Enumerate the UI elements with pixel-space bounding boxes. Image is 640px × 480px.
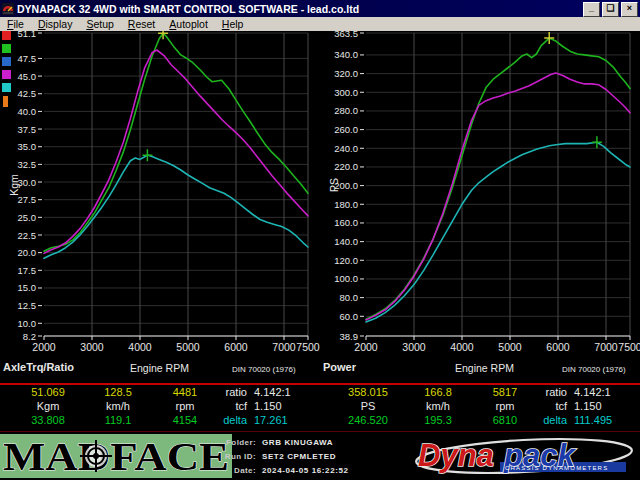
- menu-display[interactable]: Display: [31, 18, 79, 30]
- folder-value: GRB KINUGAWA: [262, 438, 333, 447]
- svg-text:38.9: 38.9: [340, 331, 359, 342]
- torque-x-axis-label: Engine RPM: [130, 362, 189, 374]
- runid-label: Run ID:: [214, 452, 256, 461]
- power-x-axis-label: Engine RPM: [455, 362, 514, 374]
- menu-help[interactable]: Help: [215, 18, 251, 30]
- torque-peak2-value: 33.808: [8, 414, 88, 427]
- torque-din-note: DIN 70020 (1976): [232, 365, 296, 374]
- svg-text:2000: 2000: [32, 341, 56, 353]
- svg-text:280.0: 280.0: [334, 105, 358, 116]
- svg-text:8.2: 8.2: [23, 331, 36, 342]
- svg-text:60.0: 60.0: [340, 311, 359, 322]
- delta-value: 17.261: [254, 414, 314, 427]
- svg-text:35.0: 35.0: [18, 141, 37, 152]
- chart-area: 200030004000500060007000750051.147.545.0…: [0, 31, 640, 383]
- ratio-label-2: ratio: [525, 386, 567, 399]
- svg-text:30.0: 30.0: [18, 177, 37, 188]
- svg-text:260.0: 260.0: [334, 124, 358, 135]
- peak-marker: [592, 136, 602, 148]
- menu-setup[interactable]: Setup: [79, 18, 120, 30]
- svg-text:3000: 3000: [402, 341, 426, 353]
- svg-text:20.0: 20.0: [18, 247, 37, 258]
- run-green-power: [366, 38, 630, 319]
- svg-text:160.0: 160.0: [334, 217, 358, 228]
- torque-peak-speed: 128.5: [88, 386, 148, 399]
- menu-reset[interactable]: Reset: [121, 18, 162, 30]
- app-icon: [2, 3, 14, 15]
- madface-text: MADFACE: [3, 434, 229, 478]
- date-value: 2024-04-05 16:22:52: [262, 466, 349, 475]
- torque-chart-title: AxleTrq/Ratio: [3, 361, 74, 373]
- svg-text:7000: 7000: [272, 341, 296, 353]
- run-color-swatch-0[interactable]: [2, 31, 11, 40]
- footer-bar: MADFACE Folder: GRB KINUGAWA Run ID: SET…: [0, 432, 640, 480]
- peak-marker: [142, 149, 152, 161]
- svg-text:4000: 4000: [128, 341, 152, 353]
- run-cyan-power: [366, 142, 630, 322]
- delta-value-2: 111.495: [574, 414, 634, 427]
- torque-unit: Kgm: [8, 400, 88, 413]
- svg-text:300.0: 300.0: [334, 87, 358, 98]
- svg-text:15.0: 15.0: [18, 282, 37, 293]
- tcf-value-2: 1.150: [574, 400, 634, 413]
- svg-text:12.5: 12.5: [18, 300, 37, 311]
- delta-label: delta: [205, 414, 247, 427]
- svg-text:5000: 5000: [176, 341, 200, 353]
- dynapack-dyna-text: Dyna: [418, 438, 494, 473]
- dyno-curves-plot: 200030004000500060007000750051.147.545.0…: [0, 31, 640, 383]
- menu-file[interactable]: File: [0, 18, 31, 30]
- readout-panel: 51.069 128.5 4481 ratio 4.142:1 Kgm km/h…: [0, 385, 640, 431]
- svg-text:47.5: 47.5: [18, 53, 37, 64]
- svg-text:37.5: 37.5: [18, 124, 37, 135]
- svg-text:180.0: 180.0: [334, 199, 358, 210]
- svg-text:45.0: 45.0: [18, 71, 37, 82]
- ratio-label: ratio: [205, 386, 247, 399]
- date-label: Date:: [214, 466, 256, 475]
- torque-peak-value: 51.069: [8, 386, 88, 399]
- run-color-swatch-2[interactable]: [2, 57, 11, 66]
- tcf-label-2: tcf: [525, 400, 567, 413]
- svg-text:7000: 7000: [594, 341, 618, 353]
- svg-text:6000: 6000: [546, 341, 570, 353]
- menu-autoplot[interactable]: Autoplot: [162, 18, 215, 30]
- dyno-software-window: DYNAPACK 32 4WD with SMART CONTROL SOFTW…: [0, 0, 640, 480]
- svg-text:120.0: 120.0: [334, 255, 358, 266]
- svg-text:17.5: 17.5: [18, 265, 37, 276]
- run-color-swatch-5[interactable]: [3, 96, 8, 107]
- runid-value: SET2 CPMLETED: [262, 452, 336, 461]
- speed-unit-2: km/h: [408, 400, 468, 413]
- window-title: DYNAPACK 32 4WD with SMART CONTROL SOFTW…: [17, 3, 359, 15]
- power-peak2-speed: 195.3: [408, 414, 468, 427]
- tcf-label: tcf: [205, 400, 247, 413]
- svg-text:240.0: 240.0: [334, 143, 358, 154]
- power-peak2-value: 246.520: [328, 414, 408, 427]
- minimize-button[interactable]: _: [583, 2, 600, 17]
- svg-text:5000: 5000: [498, 341, 522, 353]
- svg-text:40.0: 40.0: [18, 106, 37, 117]
- madface-logo: MADFACE: [0, 434, 232, 478]
- svg-text:2000: 2000: [354, 341, 378, 353]
- run-color-swatch-3[interactable]: [2, 70, 11, 79]
- restore-button[interactable]: ❏: [602, 2, 619, 17]
- tcf-value: 1.150: [254, 400, 314, 413]
- run-green-torque: [44, 33, 308, 251]
- svg-text:100.0: 100.0: [334, 273, 358, 284]
- run-magenta-power: [366, 73, 630, 320]
- speed-unit: km/h: [88, 400, 148, 413]
- svg-text:32.5: 32.5: [18, 159, 37, 170]
- svg-text:363.5: 363.5: [334, 31, 358, 39]
- svg-text:25.0: 25.0: [18, 212, 37, 223]
- svg-text:27.5: 27.5: [18, 194, 37, 205]
- close-button[interactable]: ×: [621, 2, 638, 17]
- power-chart-title: Power: [323, 361, 356, 373]
- run-color-swatch-4[interactable]: [2, 83, 11, 92]
- svg-text:6000: 6000: [224, 341, 248, 353]
- svg-text:320.0: 320.0: [334, 68, 358, 79]
- title-bar[interactable]: DYNAPACK 32 4WD with SMART CONTROL SOFTW…: [0, 0, 640, 17]
- ratio-value-2: 4.142:1: [574, 386, 634, 399]
- delta-label-2: delta: [525, 414, 567, 427]
- menu-bar: File Display Setup Reset Autoplot Help: [0, 17, 640, 32]
- folder-label: Folder:: [214, 438, 256, 447]
- svg-text:220.0: 220.0: [334, 161, 358, 172]
- run-color-swatch-1[interactable]: [2, 44, 11, 53]
